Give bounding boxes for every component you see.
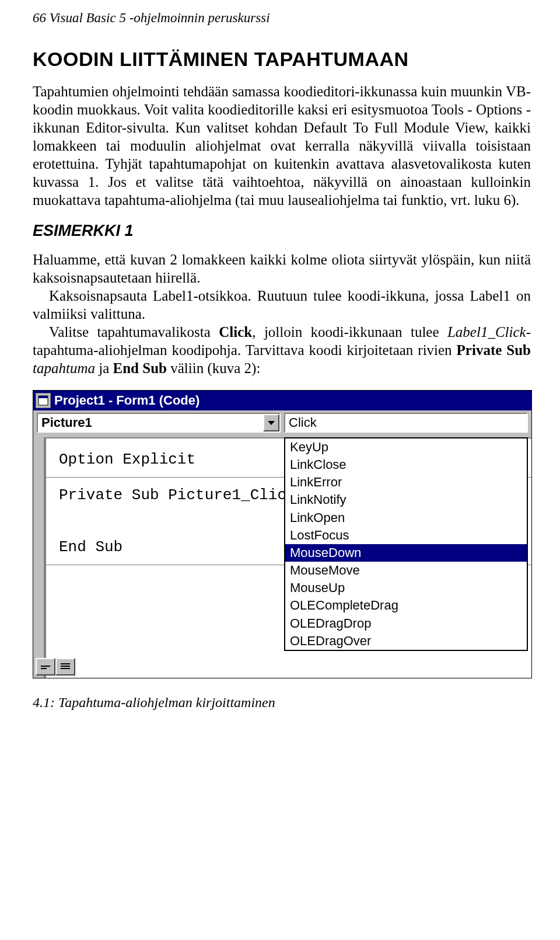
para2c-bold3: End Sub bbox=[113, 360, 167, 376]
event-option[interactable]: OLEDragOver bbox=[285, 632, 527, 650]
para2c-1: Valitse tapahtumavalikosta bbox=[49, 324, 219, 340]
para2a: Haluamme, että kuvan 2 lomakkeen kaikki … bbox=[33, 252, 531, 286]
chevron-down-icon bbox=[268, 421, 275, 425]
para2c-bold1: Click bbox=[219, 324, 252, 340]
code-window: Project1 - Form1 (Code) Picture1 Click O… bbox=[33, 390, 532, 678]
sub-heading-example: ESIMERKKI 1 bbox=[33, 222, 531, 240]
event-option[interactable]: LostFocus bbox=[285, 527, 527, 544]
object-combo[interactable]: Picture1 bbox=[37, 413, 281, 433]
object-combo-text: Picture1 bbox=[38, 414, 263, 431]
window-icon bbox=[36, 393, 51, 408]
svg-rect-6 bbox=[61, 668, 70, 669]
event-option[interactable]: MouseMove bbox=[285, 562, 527, 579]
titlebar[interactable]: Project1 - Form1 (Code) bbox=[33, 391, 531, 410]
figure-caption: 4.1: Tapahtuma-aliohjelman kirjoittamine… bbox=[33, 695, 531, 711]
event-dropdown-list[interactable]: KeyUpLinkCloseLinkErrorLinkNotifyLinkOpe… bbox=[284, 437, 528, 651]
para2c-6: väliin (kuva 2): bbox=[167, 360, 260, 376]
para2c-ital: Label1_Click bbox=[447, 324, 526, 340]
paragraph-1: Tapahtumien ohjelmointi tehdään samassa … bbox=[33, 82, 531, 209]
para2c-2: , jolloin koodi-ikkunaan tulee bbox=[252, 324, 447, 340]
event-option[interactable]: KeyUp bbox=[285, 438, 527, 456]
paragraph-2: Haluamme, että kuvan 2 lomakkeen kaikki … bbox=[33, 250, 531, 377]
event-option[interactable]: MouseUp bbox=[285, 579, 527, 597]
object-combo-button[interactable] bbox=[263, 414, 279, 431]
full-module-view-button[interactable] bbox=[55, 658, 75, 676]
event-option[interactable]: LinkError bbox=[285, 474, 527, 491]
para2c-5: ja bbox=[95, 360, 113, 376]
combo-row: Picture1 Click bbox=[33, 410, 531, 436]
procedure-combo-text: Click bbox=[285, 414, 527, 431]
main-heading: KOODIN LIITTÄMINEN TAPAHTUMAAN bbox=[33, 48, 531, 71]
event-option[interactable]: LinkOpen bbox=[285, 509, 527, 527]
procedure-combo[interactable]: Click bbox=[284, 413, 528, 433]
svg-rect-3 bbox=[41, 668, 47, 669]
event-option[interactable]: OLECompleteDrag bbox=[285, 597, 527, 614]
page-header: 66 Visual Basic 5 -ohjelmoinnin peruskur… bbox=[33, 11, 531, 26]
svg-rect-2 bbox=[41, 666, 50, 667]
event-option[interactable]: OLEDragDrop bbox=[285, 615, 527, 632]
svg-rect-1 bbox=[38, 396, 48, 398]
para2b: Kaksoisnapsauta Label1-otsikkoa. Ruutuun… bbox=[33, 288, 531, 322]
para2c-bold2: Private Sub bbox=[457, 342, 531, 358]
para2c-ital2: tapahtuma bbox=[33, 360, 95, 376]
event-option[interactable]: LinkClose bbox=[285, 456, 527, 474]
event-option[interactable]: LinkNotify bbox=[285, 491, 527, 509]
svg-rect-4 bbox=[61, 663, 70, 664]
margin-indicator-bar bbox=[33, 437, 45, 678]
procedure-view-button[interactable] bbox=[36, 658, 55, 676]
view-buttons bbox=[36, 658, 75, 676]
titlebar-text: Project1 - Form1 (Code) bbox=[54, 393, 200, 408]
event-option[interactable]: MouseDown bbox=[285, 544, 527, 562]
svg-rect-5 bbox=[61, 666, 70, 667]
